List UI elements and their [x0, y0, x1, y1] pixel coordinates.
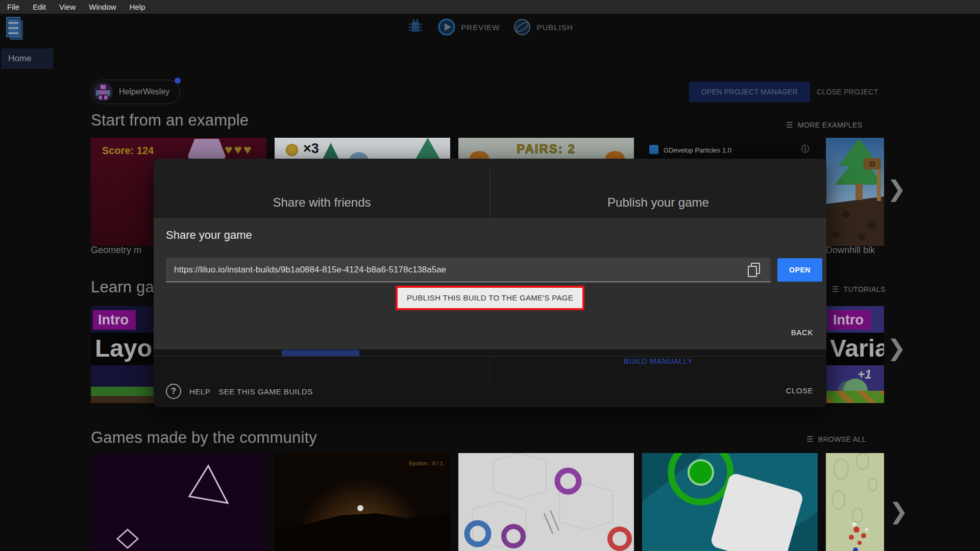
intro-badge: Intro	[828, 310, 871, 330]
preview-button[interactable]: PREVIEW	[437, 18, 500, 36]
more-examples-button[interactable]: ☰ MORE EXAMPLES	[786, 120, 862, 130]
browse-all-label: BROWSE ALL	[818, 435, 866, 443]
share-panel-title: Share your game	[166, 229, 252, 242]
play-icon	[437, 18, 456, 36]
particles-title: GDevelop Particles 1.0	[664, 146, 731, 154]
dialog-lower-area: BUILD MANUALLY ? HELP SEE THIS GAME BUIL…	[154, 349, 826, 407]
tab-share-with-friends[interactable]: Share with friends	[154, 159, 490, 218]
cells-pattern	[826, 453, 884, 551]
example-caption-geometry: Geometry m	[91, 245, 141, 256]
epsilon-status: Epsilon : 0 / 1	[409, 460, 443, 466]
examples-next-chevron-icon[interactable]: ❯	[887, 178, 906, 200]
dialog-footer: ? HELP SEE THIS GAME BUILDS	[166, 381, 313, 402]
menu-window[interactable]: Window	[89, 3, 116, 11]
score-label: Score: 124	[102, 145, 154, 157]
community-thumb-teal-abstract[interactable]	[642, 453, 818, 551]
publish-build-row: PUBLISH THIS BUILD TO THE GAME'S PAGE	[154, 286, 826, 310]
community-thumb-neon-shapes[interactable]	[91, 453, 266, 551]
ground-silhouette	[275, 453, 450, 551]
info-icon: ⓘ	[801, 144, 810, 155]
sign-flag: G	[864, 158, 881, 169]
copy-icon-front	[748, 266, 757, 277]
preview-label: PREVIEW	[461, 23, 500, 32]
hearts-icons: ♥♥♥	[225, 142, 253, 158]
menu-edit[interactable]: Edit	[33, 3, 46, 11]
neon-shapes	[91, 453, 266, 551]
menu-view[interactable]: View	[59, 3, 76, 11]
notification-dot	[175, 78, 181, 84]
tutorial-thumb-variables[interactable]: Intro Variab +1	[826, 306, 884, 403]
community-thumb-epsilon[interactable]: Epsilon : 0 / 1	[275, 453, 450, 551]
browse-all-button[interactable]: ☰ BROWSE ALL	[806, 435, 866, 444]
coin-multiplier: ×3	[303, 141, 319, 157]
menu-file[interactable]: File	[7, 3, 19, 11]
community-next-chevron-icon[interactable]: ❯	[889, 500, 908, 522]
more-examples-label: MORE EXAMPLES	[798, 121, 863, 129]
examples-section-title: Start from an example	[91, 111, 249, 130]
username-label: HelperWesley	[119, 87, 169, 96]
example-thumb-downhill-bike[interactable]: G	[826, 138, 884, 246]
publish-button[interactable]: PUBLISH	[513, 18, 573, 36]
player-ball	[357, 505, 363, 511]
profile-chip[interactable]: HelperWesley	[91, 80, 180, 104]
tutorials-label: TUTORIALS	[844, 285, 886, 293]
open-project-manager-button[interactable]: OPEN PROJECT MANAGER	[689, 82, 810, 102]
tab-divider	[489, 168, 490, 218]
intro-badge: Intro	[93, 310, 136, 330]
help-icon: ?	[166, 384, 181, 399]
community-carousel: Epsilon : 0 / 1	[91, 453, 884, 551]
highlight-ring: PUBLISH THIS BUILD TO THE GAME'S PAGE	[396, 286, 584, 310]
globe-icon	[513, 18, 531, 36]
community-thumb-hex-rings[interactable]	[458, 453, 634, 551]
teal-abstract	[642, 453, 818, 551]
dialog-tabs: Share with friends Publish your game	[154, 159, 826, 218]
list-icon: ☰	[832, 285, 839, 294]
share-dialog: Share with friends Publish your game Sha…	[154, 159, 826, 407]
avatar	[93, 82, 113, 102]
list-icon: ☰	[806, 435, 814, 444]
share-panel: Share your game OPEN PUBLISH THIS BUILD …	[154, 218, 826, 349]
see-builds-button[interactable]: SEE THIS GAME BUILDS	[218, 387, 313, 396]
menu-bar: File Edit View Window Help	[0, 0, 980, 14]
list-icon: ☰	[786, 120, 793, 130]
app-window: File Edit View Window Help PREVIEW	[0, 0, 980, 551]
help-button[interactable]: HELP	[189, 387, 210, 396]
back-button[interactable]: BACK	[791, 328, 813, 337]
menu-help[interactable]: Help	[130, 3, 145, 11]
toolbar: PREVIEW PUBLISH	[0, 15, 980, 39]
community-thumb-cells[interactable]	[826, 453, 884, 551]
tab-indicator	[282, 350, 359, 356]
learn-section-title: Learn ga	[91, 278, 154, 296]
hex-rings	[458, 453, 634, 551]
publish-build-button[interactable]: PUBLISH THIS BUILD TO THE GAME'S PAGE	[398, 288, 582, 308]
publish-label: PUBLISH	[536, 23, 573, 32]
gdevelop-logo	[649, 145, 658, 154]
debug-icon[interactable]	[407, 17, 424, 37]
tab-publish-your-game[interactable]: Publish your game	[490, 159, 826, 218]
coin-icon	[286, 144, 298, 156]
downhill-scene	[826, 138, 884, 246]
copy-icon[interactable]	[748, 263, 761, 277]
example-caption-downhill: Downhill bik	[826, 245, 884, 256]
tutorials-button[interactable]: ☰ TUTORIALS	[832, 285, 886, 294]
tab-home[interactable]: Home	[1, 48, 53, 69]
close-dialog-button[interactable]: CLOSE	[786, 386, 813, 395]
open-url-button[interactable]: OPEN	[777, 258, 822, 282]
close-project-button[interactable]: CLOSE PROJECT	[817, 88, 878, 96]
community-section-title: Games made by the community	[91, 429, 317, 447]
tutorial-word: Variab	[826, 333, 884, 365]
learn-next-chevron-icon[interactable]: ❯	[887, 337, 906, 359]
build-manually-button[interactable]: BUILD MANUALLY	[490, 357, 826, 365]
grass-strip	[826, 391, 884, 403]
build-url-input[interactable]	[166, 258, 771, 282]
